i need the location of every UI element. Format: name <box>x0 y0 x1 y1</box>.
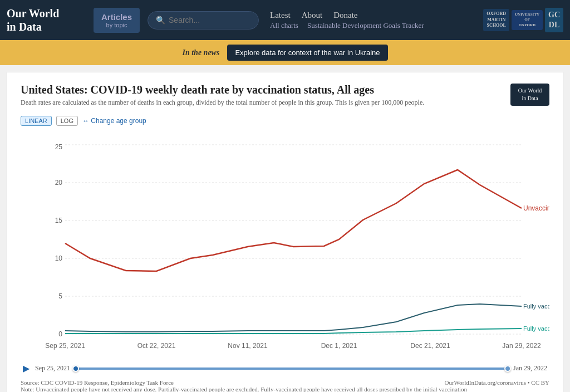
articles-by-topic-button[interactable]: Articles by topic <box>94 8 140 33</box>
ukraine-banner: In the news Explore data for context of … <box>0 40 570 65</box>
ukraine-cta-button[interactable]: Explore data for context of the war in U… <box>227 45 387 61</box>
site-logo[interactable]: Our World in Data <box>7 7 85 33</box>
svg-text:25: 25 <box>55 143 63 151</box>
chart-svg: .axis-text { font-family: Arial, sans-se… <box>21 134 549 356</box>
svg-text:Dec 1, 2021: Dec 1, 2021 <box>321 342 357 350</box>
timeline-end-label: Jan 29, 2022 <box>513 364 547 373</box>
navbar: Our World in Data Articles by topic 🔍 La… <box>0 0 570 40</box>
svg-text:20: 20 <box>55 179 63 187</box>
svg-text:Jan 29, 2022: Jan 29, 2022 <box>502 342 541 350</box>
source-text: Source: CDC COVID-19 Response, Epidemiol… <box>21 379 174 386</box>
banner-label: In the news <box>182 48 219 57</box>
svg-text:Sep 25, 2021: Sep 25, 2021 <box>45 342 85 350</box>
nav-donate[interactable]: Donate <box>333 11 357 20</box>
chart-container: United States: COVID-19 weekly death rat… <box>7 72 563 392</box>
owid-badge: Our World in Data <box>510 84 549 106</box>
nav-all-charts[interactable]: All charts <box>270 21 298 30</box>
timeline-knob-end[interactable] <box>504 365 511 372</box>
chart-title: United States: COVID-19 weekly death rat… <box>21 84 424 96</box>
svg-text:5: 5 <box>58 292 62 300</box>
source-url: OurWorldInData.org/coronavirus • CC BY <box>444 379 549 386</box>
oxford-martin-logo: OXFORDMARTINSCHOOL <box>483 9 509 31</box>
svg-text:0: 0 <box>58 330 62 338</box>
fully-vaccinated-booster-label: Fully vaccinated + booster <box>523 325 549 332</box>
fully-vaccinated-no-booster-label: Fully vaccinated, no booster <box>523 303 549 310</box>
play-button[interactable]: ▶ <box>23 363 30 374</box>
svg-text:Nov 11, 2021: Nov 11, 2021 <box>228 342 268 350</box>
svg-text:10: 10 <box>55 254 63 262</box>
timeline-start-label: Sep 25, 2021 <box>35 364 70 373</box>
timeline-knob-start[interactable] <box>72 365 79 372</box>
linear-scale-button[interactable]: LINEAR <box>21 116 52 126</box>
search-box: 🔍 <box>148 11 259 30</box>
timeline-track[interactable] <box>76 367 508 370</box>
chart-controls: LINEAR LOG ↔ Change age group <box>21 116 549 126</box>
chart-area: .axis-text { font-family: Arial, sans-se… <box>21 134 549 359</box>
timeline-fill <box>76 367 508 370</box>
chart-subtitle: Death rates are calculated as the number… <box>21 99 424 107</box>
nav-sdg-tracker[interactable]: Sustainable Development Goals Tracker <box>307 21 424 30</box>
search-input[interactable] <box>169 16 250 24</box>
change-age-group-button[interactable]: ↔ Change age group <box>82 117 146 125</box>
nav-latest[interactable]: Latest <box>270 11 291 20</box>
svg-text:Dec 21, 2021: Dec 21, 2021 <box>410 342 450 350</box>
svg-text:15: 15 <box>55 217 63 224</box>
main-nav: Latest About Donate <box>270 11 357 20</box>
partner-logos: OXFORDMARTINSCHOOL UNIVERSITYOFOXFORD GC… <box>483 8 563 32</box>
note-line1: Note: Unvaccinated people have not recei… <box>21 386 549 392</box>
svg-text:Oct 22, 2021: Oct 22, 2021 <box>137 342 176 350</box>
fully-vaccinated-no-booster-line <box>65 304 522 332</box>
oxford-uni-logo: UNIVERSITYOFOXFORD <box>512 10 543 30</box>
nav-about[interactable]: About <box>302 11 323 20</box>
chart-header: United States: COVID-19 weekly death rat… <box>21 84 549 112</box>
chart-footer: Source: CDC COVID-19 Response, Epidemiol… <box>21 379 549 392</box>
gcdl-logo: GCDL <box>545 8 563 32</box>
unvaccinated-label: Unvaccinated <box>523 204 549 212</box>
search-icon: 🔍 <box>156 16 165 25</box>
timeline-row: ▶ Sep 25, 2021 Jan 29, 2022 <box>21 363 549 374</box>
log-scale-button[interactable]: LOG <box>56 116 78 126</box>
